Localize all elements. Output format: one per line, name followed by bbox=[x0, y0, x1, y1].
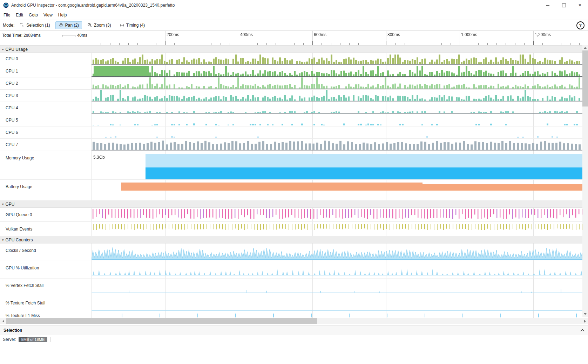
selection-panel-title: Selection bbox=[4, 328, 22, 333]
track-label-text: CPU 2 bbox=[6, 81, 18, 86]
scroll-down-icon bbox=[584, 313, 587, 316]
track-chart-clocks-second[interactable] bbox=[92, 243, 582, 261]
track-chart-cpu-5[interactable] bbox=[92, 114, 582, 126]
ruler-tick-label: 1,000ms bbox=[461, 32, 477, 37]
horizontal-scrollbar[interactable] bbox=[0, 318, 588, 324]
track-row-cpu-1: CPU 1 bbox=[0, 65, 582, 77]
track-canvas-clocks-second[interactable] bbox=[92, 243, 582, 261]
track-chart-gpu-utilization[interactable] bbox=[92, 261, 582, 279]
collapse-selection-button[interactable] bbox=[580, 329, 584, 332]
menu-file[interactable]: File bbox=[1, 11, 13, 19]
track-chart-cpu-1[interactable] bbox=[92, 65, 582, 77]
vertical-scrollbar-thumb[interactable] bbox=[582, 50, 588, 107]
scroll-left-button[interactable] bbox=[0, 318, 6, 324]
section-header-gpu[interactable]: ▾GPU bbox=[0, 201, 582, 208]
track-chart-memory-usage[interactable]: 5.3Gb bbox=[92, 151, 582, 180]
help-button[interactable]: ? bbox=[576, 21, 584, 29]
track-label-text: % Vertex Fetch Stall bbox=[6, 283, 43, 288]
track-canvas-battery-usage[interactable] bbox=[92, 180, 582, 200]
agi-window: Android GPU Inspector - com.google.andro… bbox=[0, 0, 588, 364]
track-chart-cpu-0[interactable] bbox=[92, 53, 582, 65]
track-canvas-cpu-5[interactable] bbox=[92, 114, 582, 126]
scroll-up-icon bbox=[584, 46, 587, 49]
track-canvas-vulkan-events[interactable] bbox=[92, 222, 582, 236]
track-label-text: % Texture Fetch Stall bbox=[6, 301, 45, 305]
pan-mode-button[interactable]: Pan (2) bbox=[55, 21, 82, 29]
track-chart-cpu-2[interactable] bbox=[92, 77, 582, 90]
track-canvas-cpu-6[interactable] bbox=[92, 126, 582, 138]
status-separator bbox=[50, 337, 50, 342]
track-chart-vulkan-events[interactable] bbox=[92, 222, 582, 236]
track-label-text: CPU 4 bbox=[6, 105, 18, 110]
track-canvas-cpu-0[interactable] bbox=[92, 53, 582, 65]
menu-view[interactable]: View bbox=[41, 11, 55, 19]
track-canvas-vertex-fetch-stall[interactable] bbox=[92, 279, 582, 296]
track-canvas-texture-l1-miss[interactable] bbox=[92, 313, 582, 318]
section-label: GPU bbox=[6, 202, 15, 207]
track-canvas-cpu-3[interactable] bbox=[92, 90, 582, 102]
minimize-icon bbox=[546, 5, 549, 6]
maximize-button[interactable] bbox=[556, 0, 572, 11]
section-header-gpu-counters[interactable]: ▾GPU Counters bbox=[0, 236, 582, 243]
scroll-down-button[interactable] bbox=[582, 311, 588, 317]
track-label-cpu-5: CPU 5 bbox=[0, 114, 92, 126]
track-row-vertex-fetch-stall: % Vertex Fetch Stall bbox=[0, 279, 582, 296]
track-chart-texture-l1-miss[interactable] bbox=[92, 313, 582, 318]
ruler-summary: Total Time: 2s084ms 40ms bbox=[0, 31, 92, 46]
collapse-triangle-icon: ▾ bbox=[2, 202, 4, 206]
track-canvas-cpu-1[interactable] bbox=[92, 65, 582, 77]
track-row-texture-fetch-stall: % Texture Fetch Stall bbox=[0, 296, 582, 313]
menu-help[interactable]: Help bbox=[55, 11, 70, 19]
track-row-cpu-4: CPU 4 bbox=[0, 102, 582, 114]
zoom-mode-button[interactable]: Zoom (3) bbox=[84, 21, 114, 29]
chevron-up-icon bbox=[580, 329, 584, 332]
selection-panel-header: Selection bbox=[0, 325, 588, 335]
menu-bar: File Edit Goto View Help bbox=[0, 11, 588, 20]
close-icon: ✕ bbox=[578, 3, 582, 7]
minimize-button[interactable] bbox=[540, 0, 556, 11]
track-row-gpu-utilization: GPU % Utilization bbox=[0, 261, 582, 279]
track-row-cpu-0: CPU 0 bbox=[0, 53, 582, 65]
track-canvas-texture-fetch-stall[interactable] bbox=[92, 296, 582, 313]
pan-icon bbox=[59, 23, 63, 28]
window-controls: ✕ bbox=[540, 0, 588, 11]
menu-edit[interactable]: Edit bbox=[13, 11, 26, 19]
track-canvas-gpu-queue-0[interactable] bbox=[92, 208, 582, 221]
close-button[interactable]: ✕ bbox=[572, 0, 588, 11]
track-chart-battery-usage[interactable] bbox=[92, 180, 582, 201]
section-label: GPU Counters bbox=[6, 238, 33, 242]
ruler-tick-label: 1,200ms bbox=[535, 32, 551, 37]
track-chart-cpu-3[interactable] bbox=[92, 90, 582, 102]
scroll-right-icon bbox=[584, 320, 587, 323]
scroll-right-button[interactable] bbox=[582, 318, 588, 324]
track-chart-vertex-fetch-stall[interactable] bbox=[92, 279, 582, 296]
track-row-clocks-second: Clocks / Second bbox=[0, 243, 582, 261]
timeline-ruler[interactable]: 200ms400ms600ms800ms1,000ms1,200ms bbox=[92, 31, 588, 46]
total-time-label: Total Time: 2s084ms bbox=[2, 33, 41, 38]
timing-mode-button[interactable]: Timing (4) bbox=[116, 21, 148, 29]
track-label-text: CPU 6 bbox=[6, 130, 18, 135]
track-canvas-cpu-4[interactable] bbox=[92, 102, 582, 114]
maximize-icon bbox=[562, 4, 566, 7]
track-chart-gpu-queue-0[interactable] bbox=[92, 208, 582, 222]
selection-mode-button[interactable]: Selection (1) bbox=[16, 21, 53, 29]
menu-goto[interactable]: Goto bbox=[26, 11, 41, 19]
memory-value-label: 5.3Gb bbox=[93, 155, 106, 160]
track-canvas-memory-usage[interactable] bbox=[92, 151, 582, 179]
track-chart-cpu-4[interactable] bbox=[92, 102, 582, 114]
track-canvas-cpu-2[interactable] bbox=[92, 77, 582, 89]
track-label-text: Battery Usage bbox=[6, 184, 32, 189]
track-chart-cpu-7[interactable] bbox=[92, 139, 582, 151]
section-header-cpu-usage[interactable]: ▾CPU Usage bbox=[0, 46, 582, 53]
track-chart-texture-fetch-stall[interactable] bbox=[92, 296, 582, 313]
scroll-up-button[interactable] bbox=[582, 45, 588, 50]
track-canvas-gpu-utilization[interactable] bbox=[92, 261, 582, 278]
collapse-triangle-icon: ▾ bbox=[2, 48, 4, 51]
scale-bracket-icon bbox=[62, 35, 75, 37]
timeline-ruler-row: Total Time: 2s084ms 40ms 200ms400ms600ms… bbox=[0, 31, 588, 46]
vertical-scrollbar[interactable] bbox=[582, 45, 588, 317]
track-chart-cpu-6[interactable] bbox=[92, 126, 582, 139]
track-canvas-cpu-7[interactable] bbox=[92, 139, 582, 151]
horizontal-scrollbar-thumb[interactable] bbox=[6, 318, 317, 324]
track-label-text: Memory Usage bbox=[6, 156, 34, 160]
